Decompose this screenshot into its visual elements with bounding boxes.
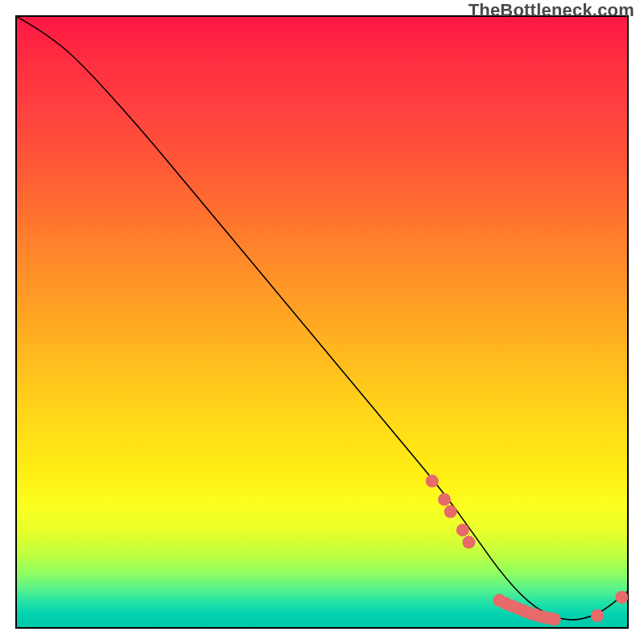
data-marker bbox=[591, 609, 604, 622]
chart-plot bbox=[16, 16, 628, 628]
data-marker bbox=[426, 475, 439, 488]
attribution-text: TheBottleneck.com bbox=[469, 0, 634, 21]
data-marker bbox=[438, 493, 451, 506]
data-marker bbox=[444, 506, 457, 518]
marker-layer bbox=[426, 475, 628, 626]
chart-stage: TheBottleneck.com bbox=[0, 0, 644, 644]
data-marker bbox=[615, 591, 628, 604]
data-marker bbox=[462, 536, 475, 549]
data-marker bbox=[456, 523, 469, 536]
bottleneck-curve bbox=[16, 16, 628, 620]
data-marker bbox=[548, 613, 561, 625]
